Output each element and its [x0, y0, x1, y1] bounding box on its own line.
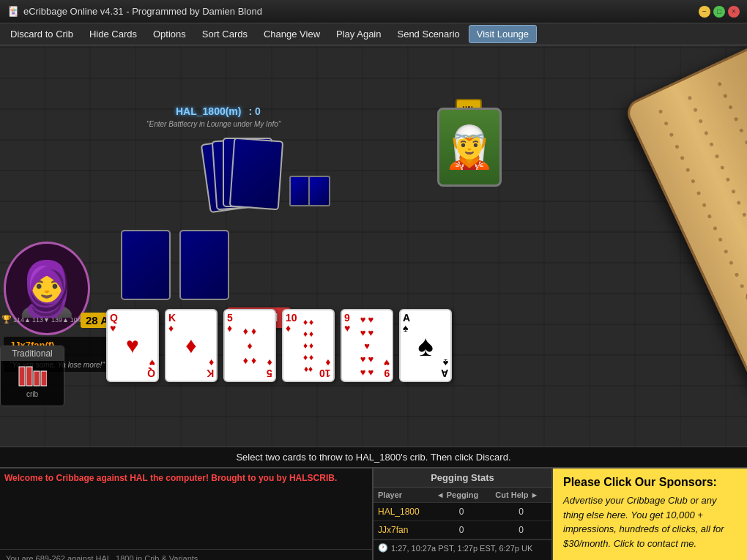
stats-col-cut-help[interactable]: Cut Help ►: [491, 488, 551, 503]
traditional-tab[interactable]: Traditional: [1, 346, 64, 361]
card-9-hearts[interactable]: 9♥ ♥♥♥♥ ♥ ♥♥♥♥ 9♥: [341, 309, 393, 382]
time-display: 1:27, 10:27a PST, 1:27p EST, 6:27p UK: [391, 544, 532, 553]
stats-player-name: JJx7fan: [374, 521, 432, 540]
minimize-button[interactable]: −: [699, 6, 710, 18]
stats-header: Pegging Stats: [374, 468, 551, 488]
clock-icon: 🕐: [378, 543, 388, 553]
crib-sidebar: Traditional crib: [0, 346, 64, 406]
chat-area: Welcome to Cribbage against HAL the comp…: [0, 468, 374, 560]
stats-pegging-val: 0: [432, 521, 491, 540]
stats-player-name: HAL_1800: [374, 503, 432, 521]
pegging-stats-table: Player ◄ Pegging Cut Help ► HAL_1800 0 0…: [374, 488, 551, 540]
svg-rect-1: [26, 367, 32, 386]
stats-col-player: Player: [374, 488, 432, 503]
sponsor-text: Advertise your Cribbage Club or any thin…: [563, 493, 737, 550]
menu-discard-to-crib[interactable]: Discard to Crib: [3, 26, 81, 42]
card-queen-hearts[interactable]: Q♥ ♥ Q♥: [106, 309, 159, 382]
opponent-avatar: 🧝: [437, 108, 502, 187]
svg-rect-2: [34, 371, 40, 386]
opponent-name: HAL_1800(m): [176, 105, 241, 117]
instruction-bar: Select two cards to throw to HAL_1800's …: [0, 447, 747, 467]
card-king-diamonds[interactable]: K♦ ♦ K♦: [165, 309, 218, 382]
close-button[interactable]: ×: [728, 6, 740, 18]
stats-pegging-val: 0: [432, 503, 491, 521]
window-controls[interactable]: − □ ×: [699, 6, 740, 18]
menu-options[interactable]: Options: [146, 26, 193, 42]
menu-hide-cards[interactable]: Hide Cards: [82, 26, 144, 42]
discard-zone: [121, 230, 229, 300]
window-icon: 🃏: [7, 6, 19, 17]
menu-visit-lounge[interactable]: Visit Lounge: [469, 25, 537, 43]
opponent-score-label: : 0: [248, 105, 260, 117]
opponent-hand: [205, 137, 286, 217]
sponsor-panel[interactable]: Please Click Our Sponsors: Advertise you…: [553, 468, 747, 560]
menu-send-scenario[interactable]: Send Scenario: [390, 26, 467, 42]
welcome-message: Welcome to Cribbage against HAL the comp…: [4, 473, 368, 483]
stats-row: HAL_1800 0 0: [374, 503, 551, 521]
stats-row: JJx7fan 0 0: [374, 521, 551, 540]
stats-cut-help-val: 0: [491, 521, 551, 540]
instruction-text: Select two cards to throw to HAL_1800's …: [236, 452, 510, 463]
trophy-icon: 🏆: [1, 315, 12, 324]
stats-time-row: 🕐 1:27, 10:27a PST, 1:27p EST, 6:27p UK: [374, 540, 551, 556]
opponent-header: HAL_1800(m) : 0: [176, 105, 261, 117]
title-bar: 🃏 eCribbage Online v4.31 - Programmed by…: [0, 0, 747, 23]
chat-stats-text: You are 689-262 against HAL_1800 in Crib…: [6, 554, 200, 560]
crib-icon: crib: [1, 361, 64, 403]
menu-change-view[interactable]: Change View: [256, 26, 327, 42]
opponent-crib-indicator: [289, 176, 330, 209]
stats-col-pegging[interactable]: ◄ Pegging: [432, 488, 491, 503]
card-10-diamonds[interactable]: 10♦ ♦♦♦♦ ♦♦♦♦ ♦♦ 10♦: [282, 309, 335, 382]
maximize-button[interactable]: □: [713, 6, 725, 18]
opponent-battlecry: "Enter Battlecry in Lounge under My Info…: [146, 120, 280, 128]
menu-sort-cards[interactable]: Sort Cards: [195, 26, 255, 42]
chat-messages: Welcome to Cribbage against HAL the comp…: [0, 468, 372, 549]
card-5-diamonds[interactable]: 5♦ ♦♦ ♦ ♦♦ 5♦: [223, 309, 276, 382]
stats-body: HAL_1800 0 0 JJx7fan 0 0: [374, 503, 551, 540]
stats-panel: Pegging Stats Player ◄ Pegging Cut Help …: [374, 468, 553, 560]
player-hand: Q♥ ♥ Q♥ K♦ ♦ K♦ 5♦ ♦♦ ♦ ♦♦ 5♦ 10♦: [106, 309, 452, 382]
stats-cut-help-val: 0: [491, 503, 551, 521]
sponsor-title: Please Click Our Sponsors:: [563, 476, 737, 489]
svg-rect-0: [19, 367, 25, 386]
chat-stats-row: You are 689-262 against HAL_1800 in Crib…: [0, 549, 372, 560]
player-rank-icons: 🏆 114▲ 113▼ 139▲ 104: [1, 315, 81, 324]
menu-bar: Discard to CribHide CardsOptionsSort Car…: [0, 23, 747, 45]
card-ace-spades[interactable]: A♠ ♠ A♠: [399, 309, 452, 382]
menu-play-again[interactable]: Play Again: [329, 26, 388, 42]
svg-rect-3: [41, 371, 47, 386]
bottom-panel: Welcome to Cribbage against HAL the comp…: [0, 467, 747, 560]
game-area: eCribbage for(let i=0;i<120;i++) documen…: [0, 45, 747, 447]
window-title: 🃏 eCribbage Online v4.31 - Programmed by…: [7, 6, 262, 17]
cribbage-board: eCribbage for(let i=0;i<120;i++) documen…: [623, 45, 747, 447]
